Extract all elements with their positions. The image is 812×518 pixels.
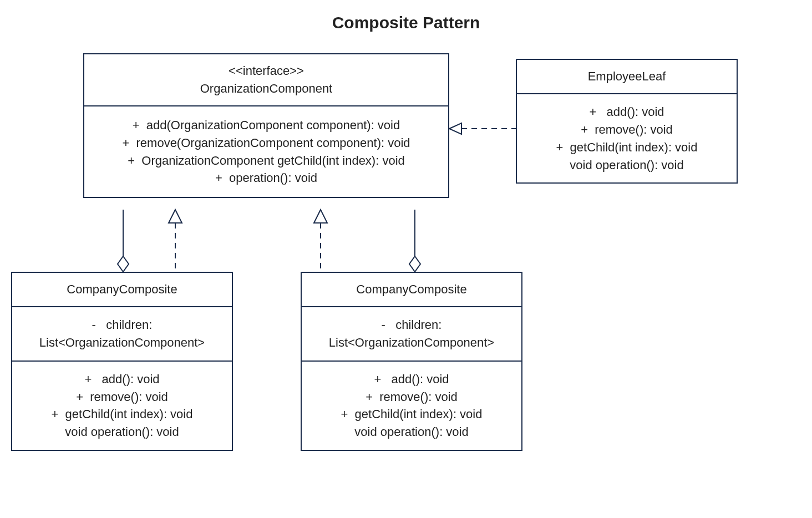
- composite-left-method: + add(): void: [18, 370, 226, 388]
- diagram-canvas: Composite Pattern <<interface>> Organiza…: [0, 0, 812, 518]
- aggregation-composite-right: [409, 210, 420, 272]
- svg-marker-7: [118, 256, 129, 272]
- composite-left-attr: List<OrganizationComponent>: [18, 334, 226, 352]
- svg-marker-0: [449, 123, 461, 134]
- interface-method: + operation(): void: [90, 169, 443, 187]
- class-employee-leaf: EmployeeLeaf + add(): void + remove(): v…: [516, 59, 738, 184]
- svg-marker-2: [169, 210, 182, 223]
- class-company-composite-left: CompanyComposite - children: List<Organi…: [11, 272, 233, 451]
- realization-composite-right: [314, 210, 327, 272]
- composite-left-method: + getChild(int index): void: [18, 405, 226, 423]
- interface-method: + remove(OrganizationComponent component…: [90, 134, 443, 152]
- leaf-method: void operation(): void: [522, 156, 731, 174]
- composite-right-attr: List<OrganizationComponent>: [307, 334, 516, 352]
- leaf-method: + remove(): void: [522, 121, 731, 139]
- svg-marker-4: [314, 210, 327, 223]
- composite-right-method: + add(): void: [307, 370, 516, 388]
- interface-method: + add(OrganizationComponent component): …: [90, 116, 443, 134]
- composite-right-attr: - children:: [307, 316, 516, 334]
- composite-left-name: CompanyComposite: [18, 281, 226, 298]
- realization-composite-left: [169, 210, 182, 272]
- composite-right-method: void operation(): void: [307, 423, 516, 441]
- class-company-composite-right: CompanyComposite - children: List<Organi…: [301, 272, 522, 451]
- leaf-method: + getChild(int index): void: [522, 139, 731, 156]
- diagram-title: Composite Pattern: [0, 13, 812, 32]
- composite-left-method: + remove(): void: [18, 388, 226, 406]
- composite-left-attr: - children:: [18, 316, 226, 334]
- leaf-name: EmployeeLeaf: [522, 68, 731, 85]
- composite-right-name: CompanyComposite: [307, 281, 516, 298]
- interface-method: + OrganizationComponent getChild(int ind…: [90, 152, 443, 170]
- class-organization-component: <<interface>> OrganizationComponent + ad…: [83, 53, 449, 198]
- composite-right-method: + remove(): void: [307, 388, 516, 406]
- realization-employee-leaf: [449, 123, 516, 134]
- interface-name: OrganizationComponent: [90, 80, 443, 98]
- interface-stereotype: <<interface>>: [90, 62, 443, 80]
- composite-left-method: void operation(): void: [18, 423, 226, 441]
- svg-marker-9: [409, 256, 420, 272]
- aggregation-composite-left: [118, 210, 129, 272]
- composite-right-method: + getChild(int index): void: [307, 405, 516, 423]
- leaf-method: + add(): void: [522, 103, 731, 121]
